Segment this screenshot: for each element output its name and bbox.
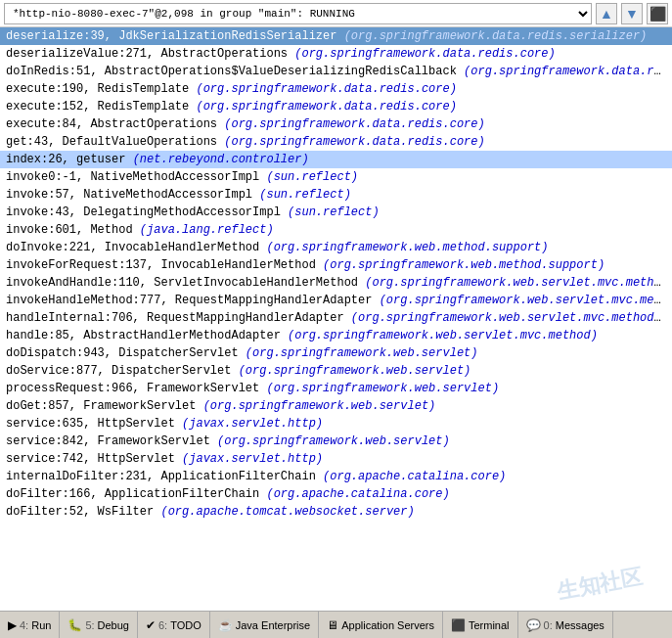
package-name: (org.springframework.data.redis.core) (224, 117, 484, 131)
todo-label: TODO (170, 619, 202, 631)
stack-row[interactable]: doInRedis:51, AbstractOperations$ValueDe… (0, 63, 672, 80)
method-name: doGet:857, FrameworkServlet (6, 399, 203, 413)
stack-row[interactable]: index:26, getuser (net.rebeyond.controll… (0, 151, 672, 168)
method-name: doInRedis:51, AbstractOperations$ValueDe… (6, 65, 464, 78)
package-name: (org.springframework.data.redis.core) (224, 135, 484, 149)
thread-dropdown[interactable]: *http-nio-8080-exec-7"@2,098 in group "m… (4, 3, 592, 24)
run-icon: ▶ (8, 618, 17, 632)
method-name: deserializeValue:271, AbstractOperations (6, 47, 294, 61)
stack-row[interactable]: doDispatch:943, DispatcherServlet (org.s… (0, 344, 672, 362)
stack-row[interactable]: service:635, HttpServlet (javax.servlet.… (0, 415, 672, 433)
package-name: (org.springframework.data.redis.core) (196, 100, 456, 114)
package-name: (org.springframework.data.redis.core) (464, 65, 672, 78)
tab-messages[interactable]: 💬0:Messages (518, 612, 613, 638)
stack-row[interactable]: invokeForRequest:137, InvocableHandlerMe… (0, 256, 672, 274)
stack-row[interactable]: execute:190, RedisTemplate (org.springfr… (0, 80, 672, 98)
package-name: (org.apache.catalina.core) (266, 487, 449, 501)
method-name: service:635, HttpServlet (6, 417, 182, 431)
stack-row[interactable]: handleInternal:706, RequestMappingHandle… (0, 309, 672, 327)
method-name: invoke:57, NativeMethodAccessorImpl (6, 188, 259, 202)
java-enterprise-icon: ☕ (218, 618, 233, 632)
package-name: (org.apache.catalina.core) (323, 470, 506, 483)
messages-label: Messages (556, 619, 605, 631)
terminal-label: Terminal (469, 619, 510, 631)
stack-row[interactable]: doService:877, DispatcherServlet (org.sp… (0, 362, 672, 380)
package-name: (org.springframework.web.servlet.mvc.met… (365, 276, 672, 290)
application-servers-icon: 🖥 (327, 618, 338, 632)
stack-row[interactable]: doFilter:52, WsFilter (org.apache.tomcat… (0, 503, 672, 521)
bottom-toolbar: ▶4:Run🐛5:Debug✔6:TODO☕Java Enterprise🖥Ap… (0, 611, 672, 638)
package-name: (org.springframework.data.redis.core) (294, 47, 555, 61)
package-name: (org.springframework.web.servlet) (217, 434, 450, 448)
package-name: (net.rebeyond.controller) (133, 153, 309, 166)
method-name: get:43, DefaultValueOperations (6, 135, 224, 149)
method-name: index:26, getuser (6, 153, 133, 166)
thread-down-button[interactable]: ▼ (621, 3, 643, 24)
package-name: (javax.servlet.http) (182, 417, 323, 431)
method-name: deserialize:39, JdkSerializationRedisSer… (6, 29, 344, 43)
tab-run[interactable]: ▶4:Run (0, 612, 60, 638)
method-name: invoke0:-1, NativeMethodAccessorImpl (6, 170, 266, 184)
stack-row[interactable]: execute:152, RedisTemplate (org.springfr… (0, 98, 672, 115)
package-name: (org.springframework.data.redis.core) (196, 82, 456, 96)
method-name: invoke:43, DelegatingMethodAccessorImpl (6, 205, 288, 219)
thread-up-button[interactable]: ▲ (596, 3, 617, 24)
package-name: (sun.reflect) (259, 188, 351, 202)
stack-row[interactable]: doFilter:166, ApplicationFilterChain (or… (0, 485, 672, 503)
java-enterprise-label: Java Enterprise (236, 619, 310, 631)
stack-row[interactable]: doGet:857, FrameworkServlet (org.springf… (0, 397, 672, 415)
stack-row[interactable]: invokeAndHandle:110, ServletInvocableHan… (0, 274, 672, 292)
package-name: (org.springframework.web.servlet) (239, 364, 471, 378)
package-name: (org.springframework.web.servlet.mvc.met… (380, 294, 672, 307)
todo-num: 6: (158, 619, 167, 631)
stack-row[interactable]: invoke0:-1, NativeMethodAccessorImpl (su… (0, 168, 672, 186)
stack-row[interactable]: invokeHandleMethod:777, RequestMappingHa… (0, 292, 672, 309)
method-name: invokeHandleMethod:777, RequestMappingHa… (6, 294, 380, 307)
package-name: (org.springframework.web.servlet.mvc.met… (351, 311, 672, 325)
stack-trace-area: deserialize:39, JdkSerializationRedisSer… (0, 27, 672, 611)
method-name: execute:152, RedisTemplate (6, 100, 196, 114)
stack-row[interactable]: service:842, FrameworkServlet (org.sprin… (0, 433, 672, 450)
tab-java-enterprise[interactable]: ☕Java Enterprise (210, 612, 319, 638)
method-name: doFilter:166, ApplicationFilterChain (6, 487, 266, 501)
package-name: (org.springframework.web.method.support) (266, 241, 548, 254)
method-name: execute:84, AbstractOperations (6, 117, 224, 131)
package-name: (sun.reflect) (288, 205, 380, 219)
stack-row[interactable]: invoke:57, NativeMethodAccessorImpl (sun… (0, 186, 672, 204)
stack-row[interactable]: deserializeValue:271, AbstractOperations… (0, 45, 672, 63)
package-name: (org.springframework.data.redis.serializ… (344, 29, 648, 43)
tab-debug[interactable]: 🐛5:Debug (60, 612, 138, 638)
package-name: (sun.reflect) (266, 170, 358, 184)
method-name: doService:877, DispatcherServlet (6, 364, 239, 378)
stack-row[interactable]: internalDoFilter:231, ApplicationFilterC… (0, 468, 672, 485)
stack-row[interactable]: doInvoke:221, InvocableHandlerMethod (or… (0, 239, 672, 256)
method-name: service:742, HttpServlet (6, 452, 182, 466)
thread-filter-button[interactable]: ⬛ (647, 3, 668, 24)
method-name: doFilter:52, WsFilter (6, 505, 160, 519)
method-name: doDispatch:943, DispatcherServlet (6, 346, 246, 360)
tab-application-servers[interactable]: 🖥Application Servers (319, 612, 443, 638)
stack-row[interactable]: execute:84, AbstractOperations (org.spri… (0, 115, 672, 133)
stack-row[interactable]: processRequest:966, FrameworkServlet (or… (0, 380, 672, 397)
method-name: execute:190, RedisTemplate (6, 82, 196, 96)
stack-row[interactable]: invoke:601, Method (java.lang.reflect) (0, 221, 672, 239)
stack-row[interactable]: invoke:43, DelegatingMethodAccessorImpl … (0, 204, 672, 221)
debug-icon: 🐛 (67, 618, 82, 632)
method-name: invokeForRequest:137, InvocableHandlerMe… (6, 258, 323, 272)
tab-todo[interactable]: ✔6:TODO (138, 612, 210, 638)
method-name: handle:85, AbstractHandlerMethodAdapter (6, 329, 288, 342)
method-name: invokeAndHandle:110, ServletInvocableHan… (6, 276, 365, 290)
stack-row[interactable]: get:43, DefaultValueOperations (org.spri… (0, 133, 672, 151)
messages-num: 0: (544, 619, 553, 631)
method-name: invoke:601, Method (6, 223, 140, 237)
debug-label: Debug (98, 619, 129, 631)
tab-terminal[interactable]: ⬛Terminal (443, 612, 518, 638)
stack-row[interactable]: deserialize:39, JdkSerializationRedisSer… (0, 27, 672, 45)
package-name: (org.springframework.web.servlet.mvc.met… (288, 329, 598, 342)
stack-row[interactable]: service:742, HttpServlet (javax.servlet.… (0, 450, 672, 468)
run-label: Run (31, 619, 51, 631)
stack-row[interactable]: handle:85, AbstractHandlerMethodAdapter … (0, 327, 672, 344)
package-name: (org.springframework.web.method.support) (323, 258, 605, 272)
messages-icon: 💬 (526, 618, 541, 632)
package-name: (java.lang.reflect) (140, 223, 274, 237)
